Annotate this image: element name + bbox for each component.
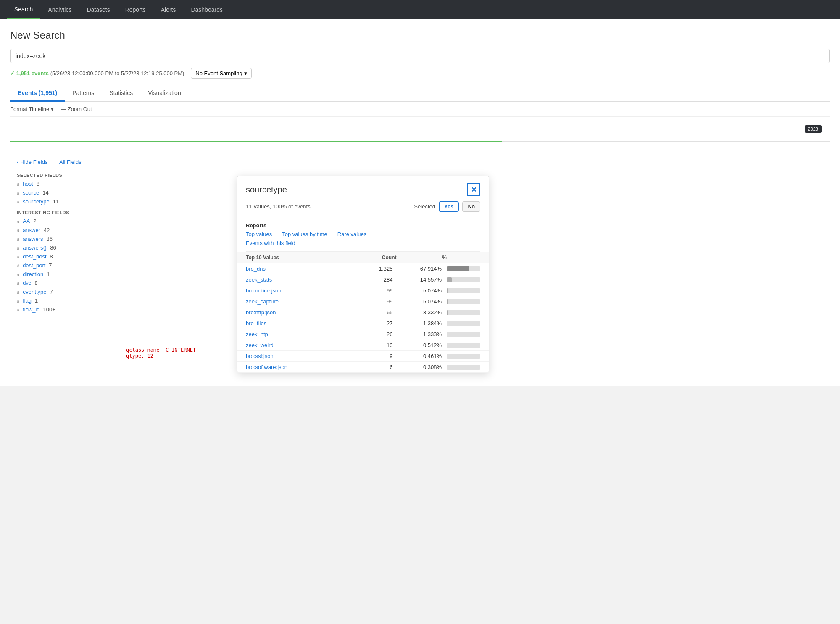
row-count-zeek-stats: 284 — [344, 276, 393, 283]
row-bar-bro-software — [447, 365, 480, 370]
row-value-zeek-capture[interactable]: zeek_capture — [246, 298, 344, 305]
row-bar-zeek-capture — [447, 299, 480, 304]
row-value-bro-ssl[interactable]: bro:ssl:json — [246, 353, 344, 359]
row-bar-zeek-ntp — [447, 332, 480, 337]
col-header-value: Top 10 Values — [246, 255, 346, 261]
sidebar-field-sourcetype[interactable]: a sourcetype 11 — [10, 197, 119, 206]
no-button[interactable]: No — [462, 201, 480, 212]
sidebar: ‹ Hide Fields ≡ All Fields SELECTED FIEL… — [10, 150, 119, 386]
rare-values-link[interactable]: Rare values — [337, 231, 366, 237]
sidebar-field-answers[interactable]: a answers 86 — [10, 234, 119, 243]
row-value-bro-http[interactable]: bro:http:json — [246, 309, 344, 316]
row-value-bro-dns[interactable]: bro_dns — [246, 266, 344, 272]
sidebar-field-direction[interactable]: a direction 1 — [10, 270, 119, 279]
format-timeline-button[interactable]: Format Timeline ▾ — [10, 106, 54, 112]
nav-item-dashboards[interactable]: Dashboards — [183, 0, 230, 19]
row-pct-bro-files: 1.384% — [393, 320, 447, 326]
table-row: bro_files 27 1.384% — [237, 318, 489, 329]
timeline-green — [10, 141, 502, 142]
all-fields-link[interactable]: ≡ All Fields — [54, 159, 81, 165]
row-value-zeek-ntp[interactable]: zeek_ntp — [246, 331, 344, 337]
row-pct-zeek-capture: 5.074% — [393, 298, 447, 305]
nav-item-reports[interactable]: Reports — [118, 0, 153, 19]
row-count-bro-files: 27 — [344, 320, 393, 326]
event-count: 1,951 — [16, 70, 30, 76]
events-with-field-link[interactable]: Events with this field — [246, 240, 470, 246]
table-row: zeek_weird 10 0.512% — [237, 340, 489, 351]
row-pct-zeek-stats: 14.557% — [393, 276, 447, 283]
nav-item-alerts[interactable]: Alerts — [153, 0, 184, 19]
row-count-bro-http: 65 — [344, 309, 393, 316]
row-value-zeek-weird[interactable]: zeek_weird — [246, 342, 344, 348]
sourcetype-modal: sourcetype ✕ 11 Values, 100% of events S… — [237, 176, 489, 373]
timeline-label: 2023 — [805, 125, 822, 133]
modal-header: sourcetype ✕ — [237, 176, 489, 200]
sidebar-field-aa[interactable]: a AA 2 — [10, 217, 119, 226]
table-row: zeek_stats 284 14.557% — [237, 274, 489, 285]
modal-title: sourcetype — [246, 185, 287, 195]
sidebar-field-answers-arr[interactable]: a answers{} 86 — [10, 243, 119, 252]
zoom-out-button[interactable]: — Zoom Out — [61, 106, 92, 112]
tab-events[interactable]: Events (1,951) — [10, 85, 65, 102]
row-value-zeek-stats[interactable]: zeek_stats — [246, 276, 344, 283]
sidebar-field-flag[interactable]: a flag 1 — [10, 296, 119, 305]
row-pct-bro-software: 0.308% — [393, 364, 447, 370]
table-row: bro:http:json 65 3.332% — [237, 307, 489, 318]
table-row: bro_dns 1,325 67.914% — [237, 263, 489, 274]
main-tabs: Events (1,951) Patterns Statistics Visua… — [10, 85, 830, 102]
row-count-bro-software: 6 — [344, 364, 393, 370]
row-bar-bro-notice — [447, 288, 480, 293]
content-area: sourcetype ✕ 11 Values, 100% of events S… — [119, 150, 830, 386]
top-values-by-time-link[interactable]: Top values by time — [282, 231, 327, 237]
row-pct-bro-ssl: 0.461% — [393, 353, 447, 359]
nav-item-search[interactable]: Search — [7, 0, 40, 19]
tab-statistics[interactable]: Statistics — [102, 85, 140, 102]
row-count-zeek-capture: 99 — [344, 298, 393, 305]
sidebar-field-flow-id[interactable]: a flow_id 100+ — [10, 305, 119, 314]
sidebar-field-eventtype[interactable]: a eventtype 7 — [10, 287, 119, 296]
row-bar-bro-ssl — [447, 354, 480, 359]
row-count-bro-ssl: 9 — [344, 353, 393, 359]
hide-fields-link[interactable]: ‹ Hide Fields — [17, 159, 47, 165]
sidebar-field-dest-port[interactable]: # dest_port 7 — [10, 261, 119, 270]
timeline-area: 2023 — [10, 117, 830, 150]
table-row: bro:ssl:json 9 0.461% — [237, 351, 489, 362]
main-page: New Search ✓ 1,951 events (5/26/23 12:00… — [0, 19, 840, 386]
row-count-bro-dns: 1,325 — [344, 266, 393, 272]
row-bar-zeek-stats — [447, 277, 480, 282]
search-input[interactable] — [10, 49, 830, 63]
sidebar-field-dest-host[interactable]: a dest_host 8 — [10, 252, 119, 261]
row-bar-bro-files — [447, 321, 480, 326]
row-value-bro-files[interactable]: bro_files — [246, 320, 344, 326]
row-bar-bro-http — [447, 310, 480, 315]
row-value-bro-software[interactable]: bro:software:json — [246, 364, 344, 370]
nav-item-analytics[interactable]: Analytics — [40, 0, 79, 19]
nav-item-datasets[interactable]: Datasets — [79, 0, 117, 19]
tab-visualization[interactable]: Visualization — [140, 85, 188, 102]
modal-close-button[interactable]: ✕ — [467, 183, 480, 196]
row-pct-bro-notice: 5.074% — [393, 287, 447, 294]
col-header-count: Count — [346, 255, 397, 261]
table-row: bro:notice:json 99 5.074% — [237, 285, 489, 296]
sidebar-field-host[interactable]: a host 8 — [10, 179, 119, 188]
sidebar-field-source[interactable]: a source 14 — [10, 188, 119, 197]
table-row: zeek_ntp 26 1.333% — [237, 329, 489, 340]
row-bar-bro-dns — [447, 266, 480, 271]
yes-button[interactable]: Yes — [439, 201, 459, 212]
modal-links: Top values Top values by time Rare value… — [237, 231, 489, 251]
col-header-bar — [447, 255, 480, 261]
col-header-pct: % — [397, 255, 447, 261]
row-bar-zeek-weird — [447, 343, 480, 348]
tab-patterns[interactable]: Patterns — [65, 85, 102, 102]
sidebar-field-dvc[interactable]: a dvc 8 — [10, 279, 119, 287]
event-summary: ✓ 1,951 events (5/26/23 12:00:00.000 PM … — [10, 68, 830, 79]
row-value-bro-notice[interactable]: bro:notice:json — [246, 287, 344, 294]
row-pct-zeek-ntp: 1.333% — [393, 331, 447, 337]
table-header: Top 10 Values Count % — [237, 252, 489, 263]
top-navigation: SearchAnalyticsDatasetsReportsAlertsDash… — [0, 0, 840, 19]
selected-fields-title: SELECTED FIELDS — [10, 169, 119, 179]
sidebar-field-answer[interactable]: a answer 42 — [10, 226, 119, 234]
sampling-button[interactable]: No Event Sampling ▾ — [191, 68, 251, 79]
row-count-zeek-weird: 10 — [344, 342, 393, 348]
top-values-link[interactable]: Top values — [246, 231, 272, 237]
